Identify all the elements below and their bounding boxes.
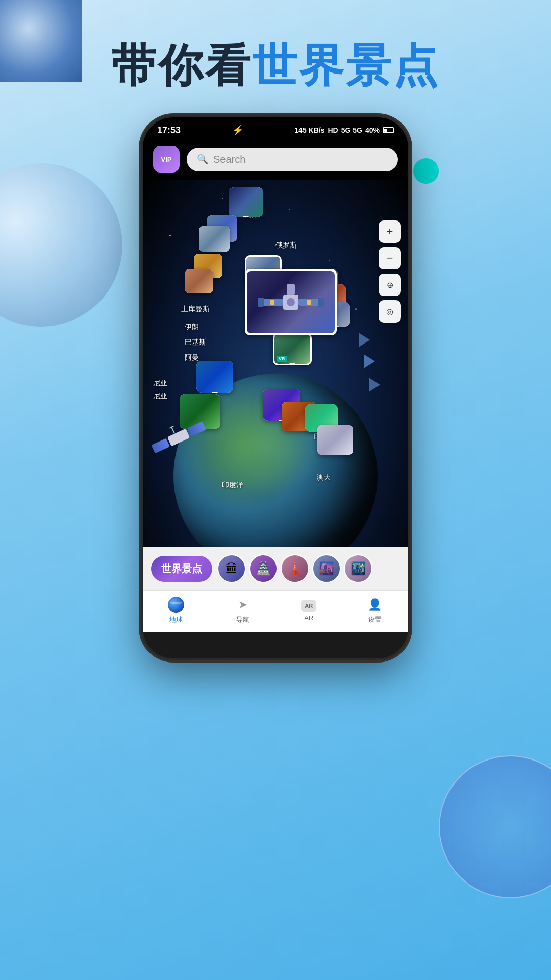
phone-mockup: 17:53 ⚡ 145 KB/s HD 5G 5G 40% VIP 🔍 Sear… <box>143 117 408 658</box>
nav-label-navigation: 导航 <box>236 615 249 624</box>
zoom-controls: + − ⊕ ◎ <box>379 220 401 323</box>
settings-icon: 👤 <box>367 597 383 613</box>
navigation-icon: ➤ <box>235 597 251 613</box>
search-placeholder: Search <box>213 154 245 165</box>
battery-icon <box>383 127 394 133</box>
pin-vr-tropical[interactable]: VR <box>273 333 312 365</box>
label-australia: 澳大 <box>316 473 331 482</box>
svg-rect-3 <box>258 298 264 307</box>
label-russia: 俄罗斯 <box>276 241 297 250</box>
locate-button[interactable]: ◎ <box>379 300 401 323</box>
label-oman: 阿曼 <box>185 353 199 362</box>
landmarks-strip: 世界景点 🏛 🏯 🗼 🌆 🌃 <box>143 547 408 590</box>
landmark-thumb-2[interactable]: 🏯 <box>249 554 278 583</box>
nav-item-ar[interactable]: AR AR <box>301 600 316 622</box>
nav-label-settings: 设置 <box>368 615 382 624</box>
vr-badge-3: VR <box>277 356 287 362</box>
landmark-thumb-1[interactable]: 🏛 <box>217 554 246 583</box>
svg-rect-8 <box>307 300 311 305</box>
nav-label-ar: AR <box>304 614 313 622</box>
pin-opera[interactable] <box>317 425 353 455</box>
title-section: 带你看世界景点 <box>0 36 551 96</box>
vip-badge-label: VIP <box>161 156 172 163</box>
pin-mosque[interactable] <box>185 269 213 293</box>
hd-badge: HD <box>328 126 338 134</box>
arrow-decorations <box>359 333 380 392</box>
network-speed: 145 KB/s <box>294 126 324 134</box>
landmark-thumb-5[interactable]: 🌃 <box>344 554 372 583</box>
label-turkmenistan: 土库曼斯 <box>181 305 210 314</box>
pin-greenland[interactable] <box>229 187 263 217</box>
landmark-thumb-4[interactable]: 🌆 <box>312 554 341 583</box>
map-area[interactable]: 格陵兰 俄罗斯 哈萨克 土库曼斯 伊朗 巴基斯 阿曼 尼亚 尼亚 印度洋 巴布亚… <box>143 180 408 547</box>
landmark-thumbnails: 🏛 🏯 🗼 🌆 🌃 <box>217 554 372 583</box>
pin-mountains[interactable] <box>199 226 230 252</box>
title-part2: 世界景点 <box>252 40 440 91</box>
nav-label-earth: 地球 <box>169 615 183 624</box>
svg-rect-7 <box>270 300 274 305</box>
pin-space-station[interactable] <box>245 269 337 335</box>
vip-badge[interactable]: VIP <box>153 146 180 173</box>
label-indian-ocean: 印度洋 <box>222 481 243 490</box>
app-header: VIP 🔍 Search <box>143 139 408 180</box>
title-part1: 带你看 <box>111 40 252 91</box>
status-bar: 17:53 ⚡ 145 KB/s HD 5G 5G 40% <box>143 117 408 139</box>
landmark-thumb-3[interactable]: 🗼 <box>281 554 309 583</box>
nav-item-navigation[interactable]: ➤ 导航 <box>235 597 251 624</box>
status-right: 145 KB/s HD 5G 5G 40% <box>294 126 394 134</box>
zoom-out-button[interactable]: − <box>379 247 401 270</box>
svg-rect-5 <box>287 284 295 295</box>
nav-item-settings[interactable]: 👤 设置 <box>367 597 383 624</box>
bg-globe-left <box>0 163 122 327</box>
expand-button[interactable]: ⊕ <box>379 274 401 296</box>
battery-percent: 40% <box>365 126 380 134</box>
status-time: 17:53 <box>157 125 181 136</box>
svg-point-6 <box>287 298 295 306</box>
bg-teal-dot <box>413 158 439 184</box>
label-pakistan: 巴基斯 <box>185 338 206 347</box>
ar-icon: AR <box>301 600 316 612</box>
landmarks-button[interactable]: 世界景点 <box>151 556 212 582</box>
zoom-in-button[interactable]: + <box>379 220 401 243</box>
nav-item-earth[interactable]: 地球 <box>168 597 184 624</box>
network-type: 5G 5G <box>341 126 362 134</box>
pin-ocean-dive[interactable] <box>196 361 233 393</box>
label-kenya2: 尼亚 <box>153 391 167 401</box>
earth-icon <box>168 597 184 613</box>
bottom-nav: 地球 ➤ 导航 AR AR 👤 设置 <box>143 590 408 632</box>
label-kenya: 尼亚 <box>153 379 167 388</box>
search-bar[interactable]: 🔍 Search <box>187 148 398 172</box>
usb-icon: ⚡ <box>232 125 243 136</box>
svg-rect-4 <box>318 298 324 307</box>
bg-grid-sphere <box>439 755 551 898</box>
label-iran: 伊朗 <box>185 323 199 332</box>
search-icon: 🔍 <box>197 154 208 165</box>
